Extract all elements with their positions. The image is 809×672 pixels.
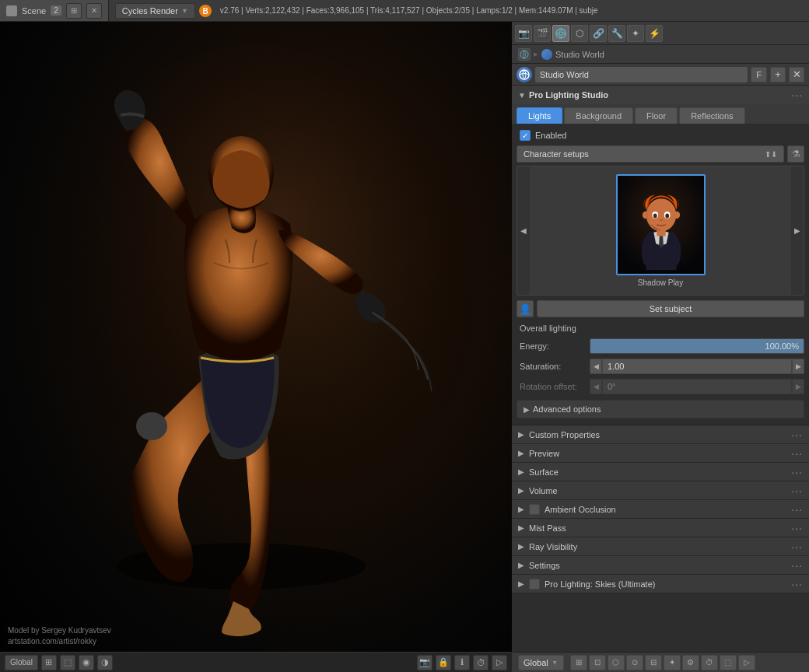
pro-lighting-section: ▼ Pro Lighting Studio ··· Lights Backgro… [512,86,809,425]
set-subject-btn[interactable]: Set subject [537,300,804,317]
preset-dropdown[interactable]: Character setups ⬆⬇ [517,145,784,163]
skies-swatch[interactable] [529,579,540,590]
filter-btn[interactable]: ⚗ [787,145,804,163]
scene-label: Scene [22,6,46,16]
status-icon-5[interactable]: ⊟ [645,655,662,670]
window-close-btn[interactable]: ✕ [86,3,102,19]
remove-world-btn[interactable]: ✕ [789,67,804,82]
gallery-next-btn[interactable]: ▶ [791,166,804,295]
status-icon-8[interactable]: ⏱ [701,655,718,670]
gallery-content: Shadow Play [530,166,791,295]
stats-info: v2.76 | Verts:2,122,432 | Faces:3,966,10… [215,6,603,15]
viewport-info-icon[interactable]: ℹ [454,655,470,670]
rotation-decrement-btn[interactable]: ◀ [590,379,602,394]
breadcrumb-icon[interactable] [518,48,531,61]
status-icon-4[interactable]: ⊙ [626,655,643,670]
global-dropdown[interactable]: Global ▼ [518,655,564,670]
viewport-mode-btn[interactable]: Global [5,655,38,670]
skies-arrow: ▶ [518,579,524,588]
window-split-btn[interactable]: ⊞ [66,3,82,19]
energy-slider[interactable]: 100.00% [590,338,804,354]
modifiers-icon[interactable]: 🔧 [608,25,625,42]
pro-lighting-skies-section[interactable]: ▶ Pro Lighting: Skies (Ultimate) ··· [512,575,809,593]
viewport-shading-icon[interactable]: ◑ [97,655,113,670]
status-icons: ⊞ ⊡ ⬡ ⊙ ⊟ ✦ ⚙ ⏱ ⬚ ▷ [570,655,755,670]
tab-reflections[interactable]: Reflections [679,107,744,124]
ambient-occlusion-section[interactable]: ▶ Ambient Occlusion ··· [512,500,809,519]
viewport-timeline-icon[interactable]: ⏱ [473,655,489,670]
viewport-credit: Model by Sergey Kudryavtsev artstation.c… [8,625,111,647]
enabled-checkbox[interactable] [520,130,531,141]
preview-section[interactable]: ▶ Preview ··· [512,444,809,463]
pro-lighting-header[interactable]: ▼ Pro Lighting Studio ··· [512,86,809,104]
ray-label: Ray Visibility [529,542,577,551]
preset-dropdown-label: Character setups [524,149,589,159]
viewport-camera-icon[interactable]: 📷 [417,655,433,670]
render-engine-dropdown[interactable]: Cycles Render ▼ [115,3,195,19]
settings-section[interactable]: ▶ Settings ··· [512,556,809,575]
render-props-icon[interactable]: 📷 [515,25,532,42]
particles-icon[interactable]: ✦ [627,25,644,42]
custom-props-arrow: ▶ [518,430,524,439]
volume-arrow: ▶ [518,486,524,495]
world-props-icon active[interactable] [552,25,569,42]
add-world-btn[interactable]: + [770,67,786,82]
status-icon-2[interactable]: ⊡ [589,655,606,670]
person-icon: 👤 [517,300,534,317]
gallery-prev-btn[interactable]: ◀ [517,166,530,295]
volume-section[interactable]: ▶ Volume ··· [512,481,809,500]
physics-icon[interactable]: ⚡ [646,25,663,42]
status-icon-7[interactable]: ⚙ [682,655,699,670]
viewport-grid-icon[interactable]: ⊞ [41,655,57,670]
right-panel: 📷 🎬 ⬡ 🔗 🔧 ✦ ⚡ [512,22,809,672]
status-icon-3[interactable]: ⬡ [608,655,625,670]
preview-dots: ··· [791,447,803,460]
mist-pass-section[interactable]: ▶ Mist Pass ··· [512,519,809,537]
viewport-layers-icon[interactable]: ⬚ [60,655,75,670]
object-props-icon[interactable]: ⬡ [571,25,588,42]
saturation-increment-btn[interactable]: ▶ [792,359,804,374]
tab-background[interactable]: Background [564,107,633,124]
world-name-input[interactable] [535,67,748,82]
lighting-tabs: Lights Background Floor Reflections [512,104,809,124]
svg-point-11 [646,198,676,231]
rotation-value[interactable]: 0° [602,379,792,394]
viewport-render-icon[interactable]: ◉ [79,655,94,670]
mist-dots: ··· [791,522,803,534]
saturation-value[interactable]: 1.00 [602,359,792,374]
global-label: Global [524,658,548,667]
status-icon-6[interactable]: ✦ [664,655,681,670]
breadcrumb-world-item[interactable]: Studio World [541,49,604,60]
svg-rect-18 [657,230,666,236]
status-icon-1[interactable]: ⊞ [570,655,587,670]
scene-props-icon[interactable]: 🎬 [534,25,551,42]
world-icon-btn[interactable] [517,67,532,82]
rotation-increment-btn[interactable]: ▶ [792,379,804,394]
constraints-icon[interactable]: 🔗 [590,25,607,42]
ray-visibility-section[interactable]: ▶ Ray Visibility ··· [512,537,809,556]
section-menu-dots[interactable]: ··· [791,89,803,101]
surface-section[interactable]: ▶ Surface ··· [512,463,809,481]
fake-user-btn[interactable]: F [751,67,767,82]
right-panel-scroll[interactable]: ▼ Pro Lighting Studio ··· Lights Backgro… [512,86,809,652]
preset-thumbnail[interactable] [616,174,706,275]
viewport-anim-icon[interactable]: ▷ [492,655,507,670]
tab-lights[interactable]: Lights [517,107,562,124]
saturation-decrement-btn[interactable]: ◀ [590,359,602,374]
status-icon-10[interactable]: ▷ [738,655,755,670]
advanced-options-btn[interactable]: ▶ Advanced options [517,400,804,418]
scene-icon [6,5,17,16]
status-icon-9[interactable]: ⬚ [720,655,737,670]
credit-line2: artstation.com/artist/rokky [8,636,111,647]
viewport-lock-icon[interactable]: 🔒 [436,655,451,670]
ao-swatch[interactable] [529,504,540,515]
preset-dropdown-row: Character setups ⬆⬇ ⚗ [517,145,804,163]
custom-properties-section[interactable]: ▶ Custom Properties ··· [512,425,809,444]
mist-label: Mist Pass [529,523,566,533]
preset-label: Shadow Play [638,278,683,287]
energy-value: 100.00% [765,341,799,351]
tab-floor[interactable]: Floor [635,107,678,124]
scene-selector[interactable]: Scene 2 ⊞ ✕ [0,0,109,21]
custom-props-dots: ··· [791,429,803,441]
dropdown-arrows-icon: ⬆⬇ [765,150,777,159]
